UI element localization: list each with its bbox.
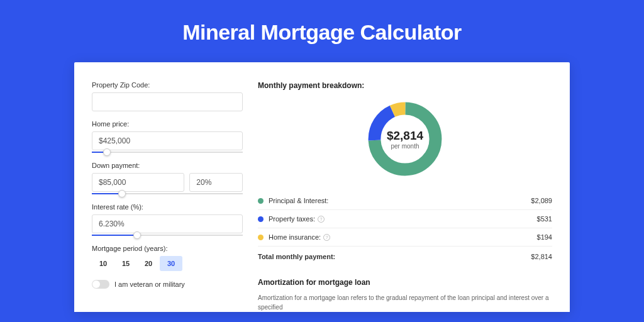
breakdown-title: Monthly payment breakdown: [258, 81, 552, 90]
legend-row: Property taxes:?$531 [258, 210, 552, 228]
slider-thumb[interactable] [118, 190, 126, 197]
interest-rate-slider[interactable] [92, 235, 243, 236]
info-icon[interactable]: ? [318, 216, 325, 223]
legend-row: Home insurance:?$194 [258, 228, 552, 247]
legend-dot [258, 235, 264, 240]
amortization-title: Amortization for mortgage loan [258, 278, 552, 287]
interest-rate-input[interactable] [92, 214, 243, 233]
zip-label: Property Zip Code: [92, 81, 243, 89]
period-button-10[interactable]: 10 [92, 256, 114, 271]
page-title: Mineral Mortgage Calculator [0, 0, 644, 62]
interest-rate-label: Interest rate (%): [92, 203, 243, 211]
slider-thumb[interactable] [133, 231, 141, 239]
period-button-30[interactable]: 30 [160, 256, 182, 271]
legend-row: Principal & Interest:$2,089 [258, 192, 552, 210]
donut-sub: per month [391, 143, 419, 150]
zip-input[interactable] [92, 92, 243, 111]
payment-donut-chart: $2,814 per month [365, 99, 445, 179]
down-payment-pct-input[interactable] [189, 173, 243, 192]
legend-dot [258, 216, 264, 222]
amortization-text: Amortization for a mortgage loan refers … [258, 293, 552, 312]
down-payment-slider[interactable] [92, 193, 243, 194]
home-price-label: Home price: [92, 120, 243, 128]
home-price-slider[interactable] [92, 152, 243, 153]
home-price-input[interactable] [92, 131, 243, 150]
legend-value: $531 [537, 215, 552, 223]
legend-value: $2,089 [531, 197, 552, 204]
veteran-toggle[interactable] [92, 280, 109, 289]
veteran-label: I am veteran or military [114, 280, 185, 288]
total-label: Total monthly payment: [258, 253, 335, 260]
legend-dot [258, 198, 264, 204]
down-payment-label: Down payment: [92, 162, 243, 169]
period-button-20[interactable]: 20 [137, 256, 160, 271]
down-payment-input[interactable] [92, 173, 184, 192]
slider-thumb[interactable] [103, 148, 111, 156]
period-label: Mortgage period (years): [92, 245, 243, 252]
period-buttons: 10152030 [92, 256, 243, 271]
total-value: $2,814 [531, 253, 552, 260]
breakdown-panel: Monthly payment breakdown: $2,814 per mo… [258, 81, 552, 312]
info-icon[interactable]: ? [323, 234, 330, 241]
period-button-15[interactable]: 15 [114, 256, 137, 271]
total-row: Total monthly payment: $2,814 [258, 247, 552, 270]
legend-value: $194 [537, 233, 552, 241]
form-panel: Property Zip Code: Home price: Down paym… [92, 81, 243, 312]
calculator-card: Property Zip Code: Home price: Down paym… [74, 62, 570, 312]
legend-label: Principal & Interest: [269, 197, 328, 204]
legend-label: Home insurance:? [269, 233, 330, 241]
legend-label: Property taxes:? [269, 215, 325, 223]
toggle-knob [92, 280, 100, 288]
donut-amount: $2,814 [387, 129, 423, 143]
